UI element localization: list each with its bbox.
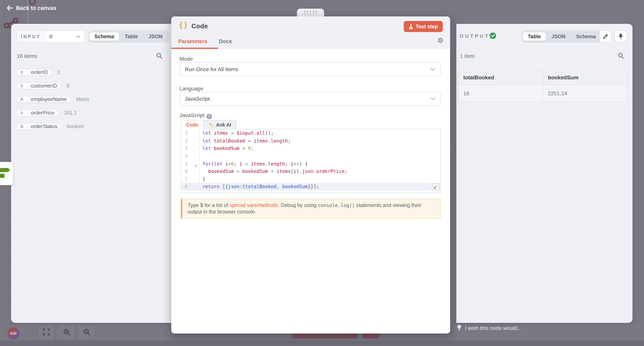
edit-output-button[interactable] — [599, 30, 612, 42]
output-tab-table[interactable]: Table — [523, 32, 546, 40]
code-line[interactable]: 8return [{json:{totalBooked, bookedSum}}… — [181, 183, 440, 190]
schema-field-row: #customerID5 — [16, 80, 89, 91]
back-to-canvas-label: Back to canvas — [16, 5, 56, 11]
string-type-icon: A — [17, 124, 27, 129]
input-node-select[interactable]: INPUT If — [16, 30, 85, 42]
wish-feedback-button[interactable]: I wish this node would... — [457, 324, 522, 331]
special-vars-link[interactable]: special vars/methods. — [230, 202, 279, 208]
line-gutter: 4 — [181, 152, 200, 160]
hint-code: console.log() — [318, 202, 355, 208]
line-number: 8 — [181, 184, 188, 190]
output-table-cell: 16 — [458, 85, 543, 102]
code-editor[interactable]: 1let items = $input.all();2let totalBook… — [181, 129, 441, 193]
back-to-canvas-button[interactable]: Back to canvas — [6, 5, 56, 11]
fit-view-button[interactable] — [38, 323, 56, 340]
code-line[interactable]: 2let totalBooked = items.length; — [181, 137, 440, 145]
schema-field-name: employeeName — [27, 96, 70, 102]
flask-icon — [409, 24, 413, 29]
input-panel: INPUT If Schema Table JSON 16 items #ord… — [11, 24, 171, 323]
editor-tab-ask-ai-label: Ask AI — [216, 122, 231, 128]
line-number: 1 — [181, 130, 188, 136]
input-panel-label: INPUT — [17, 31, 45, 42]
zoom-out-button[interactable] — [78, 323, 96, 340]
input-node-select-value: If — [45, 34, 76, 40]
editor-tab-code[interactable]: Code — [181, 120, 204, 129]
zoom-in-button[interactable] — [58, 323, 76, 340]
input-tab-json[interactable]: JSON — [144, 32, 167, 40]
test-step-button[interactable]: Test step — [404, 21, 443, 32]
mode-select-value: Run Once for All Items — [185, 66, 238, 72]
mode-select[interactable]: Run Once for All Items — [180, 62, 441, 76]
code-line[interactable]: 5for(let i=0; i < items.length; i++) { — [181, 160, 440, 168]
success-check-icon — [490, 32, 496, 39]
input-schema-list: #orderID2#customerID5AemployeeNameMario#… — [16, 67, 89, 132]
code-node-dialog: {} Code Test step Parameters Docs ⚙ Mode… — [171, 16, 450, 334]
editor-tab-code-label: Code — [186, 122, 198, 128]
line-gutter: 6 — [181, 168, 200, 175]
input-tab-schema[interactable]: Schema — [90, 32, 119, 40]
output-search-icon[interactable] — [618, 52, 624, 59]
schema-field-name: orderStatus — [27, 124, 61, 129]
schema-field-pill[interactable]: AorderStatus — [16, 123, 62, 130]
language-label: Language — [180, 85, 203, 92]
schema-field-pill[interactable]: AemployeeName — [16, 96, 71, 103]
output-view-tabs: Table JSON Schema — [522, 30, 602, 42]
schema-field-pill[interactable]: #customerID — [16, 82, 61, 89]
code-line[interactable]: 3let bookedSum = 0; — [181, 144, 440, 152]
avatar-initials: KM — [10, 331, 16, 336]
schema-field-value: 161.1 — [64, 110, 77, 116]
code-line[interactable]: 4 — [181, 152, 440, 160]
number-type-icon: # — [17, 110, 27, 116]
gear-icon[interactable]: ⚙ — [438, 37, 444, 44]
dialog-title: Code — [191, 23, 208, 30]
schema-field-name: customerID — [27, 83, 61, 89]
app-viewport: Back to canvas INPUT If Schema Table JSO… — [0, 0, 644, 346]
expand-editor-icon[interactable] — [432, 184, 439, 190]
schema-field-value: Mario — [76, 96, 89, 102]
mode-label: Mode — [180, 56, 193, 62]
code-text: for(let i=0; i < items.length; i++) { — [200, 161, 308, 166]
user-avatar[interactable]: KM — [8, 328, 19, 339]
zoom-in-icon — [63, 328, 70, 336]
code-text: let bookedSum = 0; — [200, 146, 254, 151]
output-panel-label: OUTPUT — [460, 33, 490, 39]
code-line[interactable]: 1let items = $input.all(); — [181, 129, 440, 137]
dimmed-canvas-button-wide — [292, 334, 358, 338]
schema-field-value: 2 — [57, 70, 60, 75]
hint-middle: Debug by using — [279, 202, 318, 208]
pin-output-button[interactable] — [614, 30, 627, 42]
output-tab-schema[interactable]: Schema — [571, 32, 601, 40]
line-number: 6 — [181, 168, 188, 174]
if-node-card[interactable] — [0, 162, 14, 185]
schema-field-pill[interactable]: #orderPrice — [16, 110, 58, 116]
tab-docs[interactable]: Docs — [219, 38, 232, 44]
chevron-down-icon — [430, 97, 435, 100]
schema-field-name: orderID — [27, 70, 52, 75]
help-icon[interactable]: ? — [206, 114, 212, 119]
line-number: 7 — [181, 176, 188, 182]
active-tab-underline — [171, 48, 218, 49]
canvas-bottom-strip — [0, 340, 644, 346]
ndv-drag-handle[interactable] — [297, 8, 324, 17]
editor-hint: Type $ for a list of special vars/method… — [181, 198, 441, 219]
dialog-header: {} Code Test step Parameters Docs ⚙ — [171, 16, 450, 49]
input-items-count: 16 items — [17, 53, 37, 59]
language-select[interactable]: JavaScript — [180, 92, 441, 106]
output-column-header: bookedSum — [543, 70, 627, 85]
line-number: 2 — [181, 138, 188, 144]
line-gutter: 3 — [181, 144, 200, 152]
input-search-icon[interactable] — [156, 52, 163, 59]
line-gutter: 8 — [181, 183, 200, 190]
pencil-icon — [602, 34, 608, 39]
output-table-cell: 2251.14 — [543, 85, 627, 102]
code-line[interactable]: 6 bookedSum = bookedSum + items[i].json.… — [181, 168, 440, 175]
input-tab-table[interactable]: Table — [120, 32, 143, 40]
output-panel: OUTPUT Table JSON Schema 1 item — [456, 24, 632, 323]
editor-tab-ask-ai[interactable]: Ask AI — [204, 120, 237, 129]
code-line[interactable]: 7} — [181, 175, 440, 183]
tab-parameters[interactable]: Parameters — [178, 38, 207, 44]
lightbulb-icon — [457, 324, 462, 331]
language-select-value: JavaScript — [185, 96, 210, 102]
output-tab-json[interactable]: JSON — [546, 32, 570, 40]
schema-field-pill[interactable]: #orderID — [16, 69, 52, 76]
